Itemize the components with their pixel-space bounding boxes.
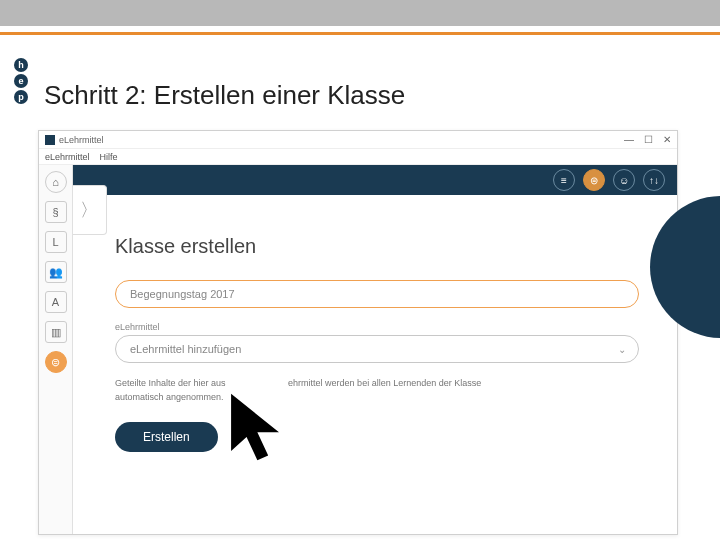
users-icon[interactable]: ☺ <box>613 169 635 191</box>
people-icon[interactable]: 👥 <box>45 261 67 283</box>
window-titlebar: eLehrmittel — ☐ ✕ <box>39 131 677 149</box>
elehrmittel-label: eLehrmittel <box>115 322 639 332</box>
logo-e: e <box>14 74 28 88</box>
cursor-arrow-icon <box>222 386 302 475</box>
group-icon[interactable]: ⊜ <box>45 351 67 373</box>
slide-divider <box>0 32 720 35</box>
panel-title: Klasse erstellen <box>115 235 639 258</box>
note-text: Geteilte Inhalte der hier aus ehrmittel … <box>115 377 615 404</box>
class-name-input[interactable] <box>115 280 639 308</box>
content-area: ≡ ⊜ ☺ ↑↓ 〉 Klasse erstellen eLehrmittel <box>73 165 677 534</box>
app-title: eLehrmittel <box>59 135 104 145</box>
create-button[interactable]: Erstellen <box>115 422 218 452</box>
logo-h: h <box>14 58 28 72</box>
menu-elehrmittel[interactable]: eLehrmittel <box>45 152 90 162</box>
window-maximize[interactable]: ☐ <box>644 134 653 145</box>
chevron-right-icon: 〉 <box>80 198 98 222</box>
letter-l-icon[interactable]: L <box>45 231 67 253</box>
chevron-down-icon: ⌄ <box>618 344 626 355</box>
app-icon <box>45 135 55 145</box>
app-window: eLehrmittel — ☐ ✕ eLehrmittel Hilfe ⌂ § … <box>38 130 678 535</box>
label-a-icon[interactable]: A <box>45 291 67 313</box>
slide-top-bar <box>0 0 720 26</box>
media-icon[interactable]: ▥ <box>45 321 67 343</box>
window-minimize[interactable]: — <box>624 134 634 145</box>
brand-logo: h e p <box>14 58 28 104</box>
elehrmittel-select[interactable]: eLehrmittel hinzufügen ⌄ <box>115 335 639 363</box>
content-header: ≡ ⊜ ☺ ↑↓ <box>73 165 677 195</box>
window-close[interactable]: ✕ <box>663 134 671 145</box>
select-placeholder: eLehrmittel hinzufügen <box>130 343 241 355</box>
sidebar: ⌂ § L 👥 A ▥ ⊜ <box>39 165 73 534</box>
paragraph-icon[interactable]: § <box>45 201 67 223</box>
menu-icon[interactable]: ≡ <box>553 169 575 191</box>
expand-panel-button[interactable]: 〉 <box>73 185 107 235</box>
home-icon[interactable]: ⌂ <box>45 171 67 193</box>
sync-icon[interactable]: ↑↓ <box>643 169 665 191</box>
class-icon[interactable]: ⊜ <box>583 169 605 191</box>
menu-help[interactable]: Hilfe <box>100 152 118 162</box>
logo-p: p <box>14 90 28 104</box>
slide-title: Schritt 2: Erstellen einer Klasse <box>44 80 405 111</box>
create-class-panel: Klasse erstellen eLehrmittel eLehrmittel… <box>73 195 677 472</box>
window-menubar: eLehrmittel Hilfe <box>39 149 677 165</box>
